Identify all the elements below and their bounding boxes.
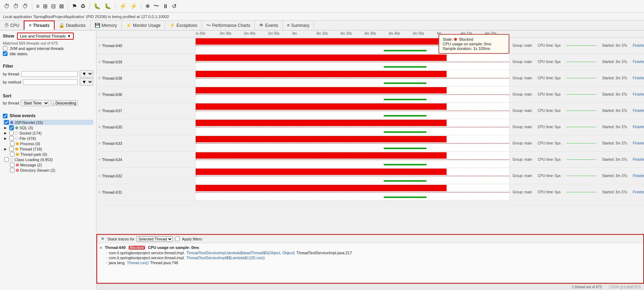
event-item-message[interactable]: Message (2) xyxy=(3,162,93,167)
toolbar-icon-2[interactable]: ⏱ xyxy=(12,2,20,10)
show-events-checkbox[interactable] xyxy=(3,114,7,118)
checkbox-jvm[interactable]: JVM and agent internal threads xyxy=(3,46,93,51)
tab-cpu[interactable]: ⏱ CPU xyxy=(0,21,24,30)
event-item-socket[interactable]: ▶ Socket (174) xyxy=(3,130,93,136)
thread-name-col: ≡Thread-639 xyxy=(96,54,196,70)
checkbox-idle[interactable]: Idle states xyxy=(3,51,93,56)
event-message-checkbox[interactable] xyxy=(10,163,15,167)
stack-suffix-2: Thread.java:748 xyxy=(150,261,178,265)
thread-finished: Finished: not finished xyxy=(633,174,644,178)
file-expand[interactable]: ▶ xyxy=(4,137,8,140)
event-item-dirstream[interactable]: Directory Stream (2) xyxy=(3,167,93,173)
thread-row[interactable]: ≡Thread-632Group: mainCPU time: 0μs─────… xyxy=(96,168,644,184)
toolbar-icon-5[interactable]: ⊞ xyxy=(42,2,49,10)
filter-by-method-row: by method ▼ xyxy=(3,78,93,86)
toolbar-icon-wave[interactable]: 〜 xyxy=(152,2,160,11)
event-process-label: Process (0) xyxy=(20,142,40,146)
event-classloading-checkbox[interactable] xyxy=(4,157,9,162)
tab-monitor[interactable]: ⚡ Monitor Usage xyxy=(122,21,165,30)
thread-selector[interactable]: Selected Thread xyxy=(136,236,173,242)
event-item-process[interactable]: Process (0) xyxy=(3,141,93,146)
toolbar-icon-bolt2[interactable]: ⚡ xyxy=(129,2,138,10)
sort-dir-btn[interactable]: ↓ Descending xyxy=(51,100,78,106)
bottom-close-btn[interactable]: ✕ xyxy=(100,236,105,242)
filter-method-input[interactable] xyxy=(23,79,78,85)
thread-row[interactable]: ≡Thread-638Group: mainCPU time: 0μs─────… xyxy=(96,70,644,86)
event-sql-checkbox[interactable] xyxy=(9,125,14,130)
toolbar-icon-4[interactable]: ≡ xyxy=(35,2,40,10)
toolbar-icon-1[interactable]: ⏱ xyxy=(3,2,11,10)
tab-memory[interactable]: 💾 Memory xyxy=(90,21,122,30)
event-process-checkbox[interactable] xyxy=(10,141,15,146)
jvm-label: JVM and agent internal threads xyxy=(10,46,64,51)
event-file-color xyxy=(15,137,18,140)
toolbar-icon-bug1[interactable]: 🐛 xyxy=(93,2,102,10)
toolbar-icon-3[interactable]: ⏱ xyxy=(21,2,29,10)
ruler-label-3: 2m 50s xyxy=(268,32,280,35)
tab-threads[interactable]: ≡ Threads xyxy=(24,21,54,30)
filter-thread-input[interactable] xyxy=(21,71,78,77)
toolbar-icon-pause[interactable]: ⏸ xyxy=(162,2,169,10)
event-item-file[interactable]: ▶ File (476) xyxy=(3,136,93,141)
toolbar-icon-7[interactable]: ⊠ xyxy=(58,2,65,10)
toolbar-icon-snow[interactable]: ❄ xyxy=(144,2,151,10)
tab-events[interactable]: 👁 Events xyxy=(255,21,283,30)
thread-row[interactable]: ≡Thread-640Group: mainCPU time: 0μs─────… xyxy=(96,38,644,54)
event-jsp-checkbox[interactable] xyxy=(4,120,9,125)
stack-link-0[interactable]: ThreadTestServiceImpl.lambda$deadThread$… xyxy=(186,251,295,255)
thread-expand[interactable]: ▶ xyxy=(4,147,8,151)
thread-row[interactable]: ≡Thread-633Group: mainCPU time: 0μs─────… xyxy=(96,135,644,152)
thread-row[interactable]: ≡Thread-637Group: mainCPU time: 0μs─────… xyxy=(96,103,644,119)
thread-row[interactable]: ≡Thread-639Group: mainCPU time: 0μs─────… xyxy=(96,54,644,70)
main-area: Show Live and Finished Threads ▼ Matched… xyxy=(0,30,644,290)
tooltip-cpu-label: CPU usage on sample: 0ms xyxy=(443,42,491,46)
tooltip-sample-row: Sample duration: 1s 100ms xyxy=(443,46,505,51)
thread-list[interactable]: m 20s2m 30s2m 40s2m 50s3m3m 10s3m 20s3m … xyxy=(96,30,644,234)
sort-by-select[interactable]: Start Time xyxy=(21,100,49,106)
toolbar-icon-bug2[interactable]: 🐛 xyxy=(103,2,112,10)
thread-menu-icon: ≡ xyxy=(99,76,101,80)
event-item-jsp[interactable]: JSP/Servlet (15) xyxy=(3,120,93,125)
event-item-threadpark[interactable]: Thread park (0) xyxy=(3,152,93,157)
idle-checkbox[interactable] xyxy=(3,51,7,56)
filter-method-select[interactable]: ▼ xyxy=(80,78,93,86)
event-thread-checkbox[interactable] xyxy=(9,147,14,151)
tab-deadlocks[interactable]: 🔒 Deadlocks xyxy=(55,21,90,30)
live-finished-dropdown[interactable]: Live and Finished Threads ▼ xyxy=(17,33,74,40)
event-item-sql[interactable]: ▶ SQL (3) xyxy=(3,125,93,130)
thread-row[interactable]: ≡Thread-631Group: mainCPU time: 0μs─────… xyxy=(96,184,644,200)
event-socket-checkbox[interactable] xyxy=(9,131,14,135)
event-item-thread[interactable]: ▶ Thread (718) xyxy=(3,146,93,152)
toolbar-sep-3 xyxy=(89,3,90,10)
event-socket-label: Socket (174) xyxy=(19,131,41,135)
toolbar-icon-flag[interactable]: ⚑ xyxy=(71,2,78,10)
thread-cpu-bar xyxy=(384,83,426,84)
filter-thread-select[interactable]: ▼ xyxy=(80,70,93,78)
thread-row[interactable]: ≡Thread-636Group: mainCPU time: 0μs─────… xyxy=(96,86,644,103)
event-threadpark-checkbox[interactable] xyxy=(10,152,15,157)
event-dirstream-checkbox[interactable] xyxy=(10,168,15,172)
event-file-checkbox[interactable] xyxy=(9,136,14,141)
tab-exceptions[interactable]: ⚡ Exceptions xyxy=(165,21,202,30)
toolbar-icon-6[interactable]: ⊟ xyxy=(50,2,57,10)
socket-expand[interactable]: ▶ xyxy=(4,131,8,135)
thread-row[interactable]: ≡Thread-635Group: mainCPU time: 0μs─────… xyxy=(96,119,644,135)
tab-summary-label: Summary xyxy=(291,23,309,28)
apply-filters-checkbox[interactable] xyxy=(175,237,180,241)
toolbar-icon-recycle[interactable]: ♻ xyxy=(79,2,86,10)
thread-info-col: Group: mainCPU time: 0μs────────────Star… xyxy=(509,70,644,86)
event-item-classloading[interactable]: Class Loading (9,953) xyxy=(3,157,93,162)
stack-link-1[interactable]: ThreadTestServiceImpl$$Lambda$1155.run() xyxy=(186,256,265,260)
show-events-label: Show events xyxy=(10,113,35,118)
status-bar: 1 thread out of 675 CSDN @全栈程序员 xyxy=(96,284,644,290)
toolbar-icon-refresh[interactable]: ↺ xyxy=(171,2,178,10)
stack-link-2[interactable]: Thread.run() xyxy=(127,261,149,265)
thread-row[interactable]: ≡Thread-634Group: mainCPU time: 0μs─────… xyxy=(96,152,644,168)
tab-perfcharts[interactable]: 〜 Performance Charts xyxy=(202,21,255,30)
thread-group: Group: main xyxy=(513,109,532,113)
toolbar-icon-bolt1[interactable]: ⚡ xyxy=(118,2,128,10)
tab-summary[interactable]: ≡ Summary xyxy=(283,21,314,30)
jvm-checkbox[interactable] xyxy=(3,46,7,51)
tab-perfcharts-label: Performance Charts xyxy=(212,23,250,28)
sql-expand[interactable]: ▶ xyxy=(4,126,8,130)
